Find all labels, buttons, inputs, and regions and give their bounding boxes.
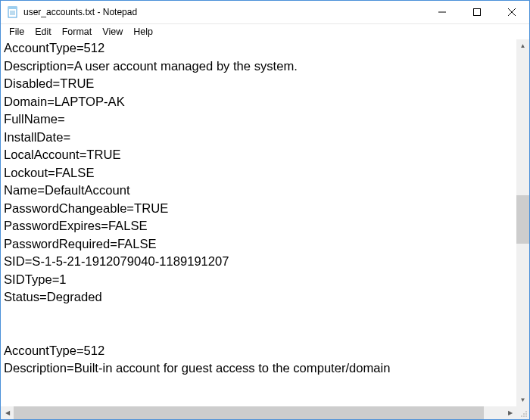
- svg-point-14: [525, 411, 527, 412]
- menubar: File Edit Format View Help: [1, 24, 529, 39]
- svg-rect-1: [8, 7, 17, 9]
- svg-point-10: [523, 415, 525, 417]
- svg-rect-6: [474, 9, 481, 16]
- close-button[interactable]: [494, 1, 529, 23]
- minimize-button[interactable]: [425, 1, 460, 23]
- horizontal-scroll-track[interactable]: [14, 406, 504, 419]
- vertical-scroll-track[interactable]: [516, 52, 529, 394]
- vertical-scroll-thumb[interactable]: [516, 195, 529, 243]
- chevron-down-icon: ▼: [520, 397, 526, 403]
- horizontal-scrollbar[interactable]: ◀ ▶: [1, 406, 529, 419]
- scroll-up-button[interactable]: ▲: [516, 39, 529, 52]
- notepad-icon: [7, 6, 19, 18]
- resize-grip[interactable]: [516, 406, 529, 419]
- chevron-up-icon: ▲: [520, 43, 526, 49]
- scroll-left-button[interactable]: ◀: [1, 406, 14, 419]
- svg-point-9: [525, 415, 527, 417]
- titlebar[interactable]: user_accounts.txt - Notepad: [1, 1, 529, 24]
- vertical-scrollbar[interactable]: ▲ ▼: [516, 39, 529, 406]
- scroll-right-button[interactable]: ▶: [504, 406, 516, 419]
- text-editor[interactable]: AccountType=512 Description=A user accou…: [1, 39, 516, 406]
- svg-point-11: [525, 413, 527, 415]
- menu-format[interactable]: Format: [57, 26, 98, 38]
- maximize-button[interactable]: [460, 1, 494, 23]
- menu-help[interactable]: Help: [128, 26, 158, 38]
- svg-point-13: [523, 413, 525, 415]
- menu-view[interactable]: View: [97, 26, 128, 38]
- horizontal-scroll-thumb[interactable]: [14, 406, 484, 419]
- menu-file[interactable]: File: [4, 26, 30, 38]
- chevron-left-icon: ◀: [5, 410, 10, 416]
- svg-point-12: [521, 415, 522, 417]
- chevron-right-icon: ▶: [508, 410, 513, 416]
- scroll-down-button[interactable]: ▼: [516, 394, 529, 406]
- menu-edit[interactable]: Edit: [30, 26, 57, 38]
- editor-area: AccountType=512 Description=A user accou…: [1, 39, 529, 406]
- window-controls: [425, 1, 529, 23]
- window-title: user_accounts.txt - Notepad: [23, 7, 425, 17]
